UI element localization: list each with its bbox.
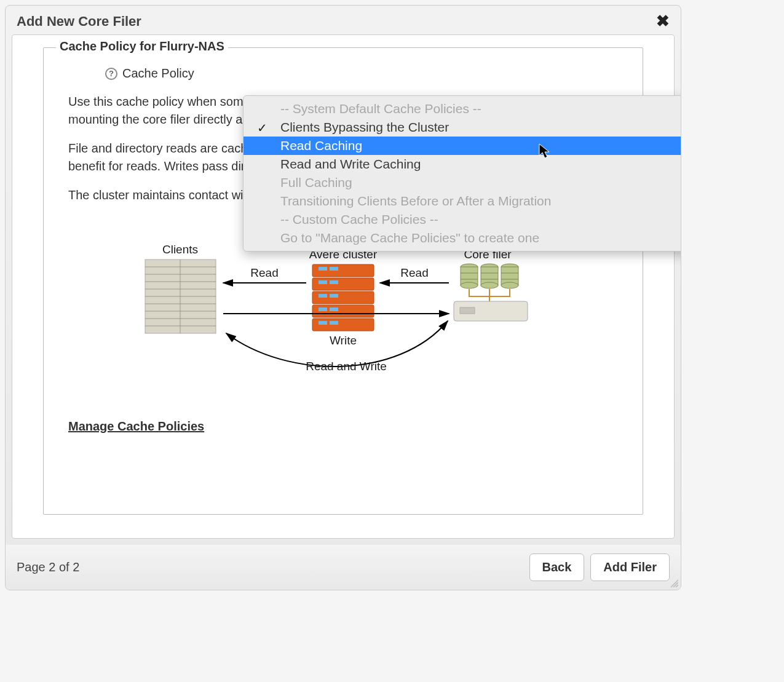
- avere-cluster-icon: [312, 264, 374, 331]
- manage-cache-policies-link[interactable]: Manage Cache Policies: [68, 419, 204, 434]
- close-icon[interactable]: ✖: [656, 12, 670, 31]
- page-indicator: Page 2 of 2: [17, 560, 79, 574]
- svg-rect-19: [330, 294, 338, 298]
- readwrite-label: Read and Write: [306, 360, 387, 373]
- core-filer-icon: [454, 264, 528, 321]
- fieldset-legend: Cache Policy for Flurry-NAS: [56, 39, 228, 54]
- dropdown-option-full-caching: Full Caching: [244, 173, 681, 192]
- dropdown-option-read-caching[interactable]: Read Caching: [244, 137, 681, 155]
- dropdown-option-read-write-caching[interactable]: Read and Write Caching: [244, 155, 681, 173]
- cache-policy-row: ? Cache Policy: [105, 66, 618, 81]
- svg-rect-12: [319, 267, 327, 271]
- svg-rect-18: [319, 294, 327, 298]
- dropdown-header-custom: -- Custom Cache Policies --: [244, 210, 681, 229]
- read-left-label: Read: [250, 266, 278, 279]
- modal-footer: Page 2 of 2 Back Add Filer: [6, 545, 681, 590]
- svg-rect-22: [330, 307, 338, 311]
- svg-line-48: [676, 585, 678, 587]
- svg-line-47: [673, 582, 678, 587]
- svg-rect-24: [319, 321, 327, 325]
- cache-policy-label: Cache Policy: [122, 66, 194, 81]
- resize-grip-icon[interactable]: [668, 577, 678, 587]
- svg-rect-21: [319, 307, 327, 311]
- svg-point-31: [481, 282, 498, 288]
- clients-label: Clients: [162, 243, 198, 256]
- dropdown-option-goto-manage: Go to "Manage Cache Policies" to create …: [244, 229, 681, 247]
- dropdown-option-transitioning: Transitioning Clients Before or After a …: [244, 192, 681, 210]
- clients-icon: [145, 260, 216, 333]
- svg-point-28: [461, 282, 478, 288]
- dropdown-header-system: -- System Default Cache Policies --: [244, 100, 681, 118]
- svg-rect-25: [330, 321, 338, 325]
- modal-body: Cache Policy for Flurry-NAS ? Cache Poli…: [12, 34, 675, 539]
- cache-flow-diagram: Clients: [134, 235, 552, 395]
- modal-header: Add New Core Filer ✖: [6, 6, 681, 34]
- modal-title: Add New Core Filer: [17, 14, 141, 30]
- add-core-filer-modal: Add New Core Filer ✖ Cache Policy for Fl…: [5, 5, 681, 590]
- cache-policy-dropdown[interactable]: -- System Default Cache Policies -- ✓ Cl…: [243, 95, 681, 252]
- read-right-label: Read: [400, 266, 428, 279]
- help-icon[interactable]: ?: [105, 68, 117, 80]
- dropdown-option-bypass[interactable]: ✓ Clients Bypassing the Cluster: [244, 118, 681, 137]
- svg-rect-42: [460, 307, 475, 314]
- svg-rect-15: [319, 280, 327, 284]
- svg-rect-16: [330, 280, 338, 284]
- svg-point-34: [501, 282, 518, 288]
- add-filer-button[interactable]: Add Filer: [590, 553, 670, 581]
- svg-rect-13: [330, 267, 338, 271]
- check-icon: ✓: [257, 121, 267, 135]
- write-label: Write: [330, 334, 357, 347]
- back-button[interactable]: Back: [529, 553, 585, 581]
